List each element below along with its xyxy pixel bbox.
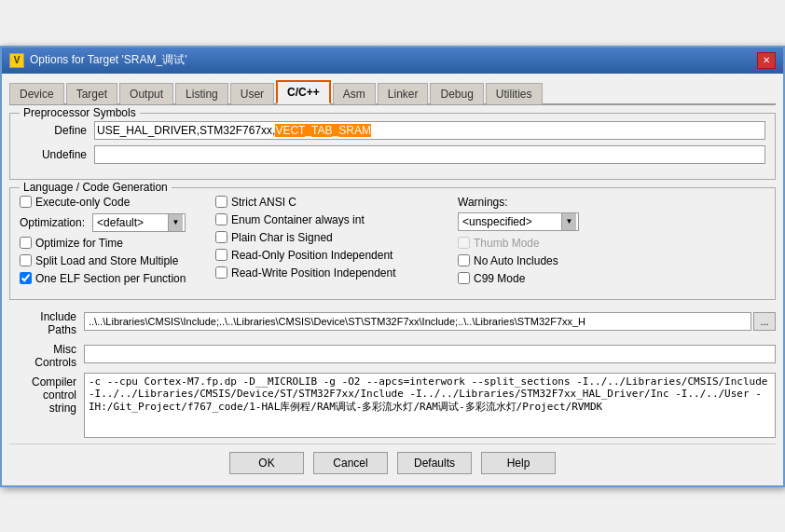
enum-container-row: Enum Container always int	[215, 213, 448, 226]
warnings-label: Warnings:	[458, 196, 765, 209]
optimization-arrow: ▼	[168, 214, 183, 231]
warnings-section: Warnings: <unspecified> ▼ Thumb Mode No …	[458, 196, 765, 285]
cancel-button[interactable]: Cancel	[313, 452, 388, 474]
defaults-button[interactable]: Defaults	[397, 452, 472, 474]
no-auto-includes-label: No Auto Includes	[474, 254, 558, 267]
misc-controls-input[interactable]	[84, 345, 776, 363]
include-browse-button[interactable]: ...	[753, 312, 776, 331]
window-icon: V	[9, 53, 24, 68]
read-only-checkbox[interactable]	[215, 249, 227, 261]
compiler-control-label: Compiler control string	[9, 373, 84, 415]
language-col1: Execute-only Code Optimization: <default…	[20, 196, 206, 290]
undefine-row: Undefine	[20, 145, 765, 164]
c99-mode-label: C99 Mode	[474, 272, 525, 285]
split-load-checkbox[interactable]	[20, 254, 32, 266]
plain-char-row: Plain Char is Signed	[215, 231, 448, 244]
title-controls: ✕	[757, 52, 776, 69]
define-row: Define USE_HAL_DRIVER,STM32F767xx,VECT_T…	[20, 121, 765, 140]
execute-only-checkbox[interactable]	[20, 196, 32, 208]
main-content: Device Target Output Listing User C/C++ …	[2, 74, 783, 485]
no-auto-includes-row: No Auto Includes	[458, 254, 765, 267]
compiler-control-input[interactable]	[84, 373, 776, 438]
thumb-mode-label: Thumb Mode	[474, 237, 540, 250]
warnings-dropdown[interactable]: <unspecified> ▼	[458, 212, 579, 231]
strict-ansi-label: Strict ANSI C	[231, 196, 296, 209]
define-input[interactable]: USE_HAL_DRIVER,STM32F767xx,VECT_TAB_SRAM	[94, 121, 765, 140]
plain-char-checkbox[interactable]	[215, 231, 227, 243]
read-write-checkbox[interactable]	[215, 266, 227, 279]
bottom-bar: OK Cancel Defaults Help	[9, 443, 776, 480]
ok-button[interactable]: OK	[229, 452, 304, 474]
thumb-mode-row: Thumb Mode	[458, 237, 765, 250]
title-bar-left: V Options for Target 'SRAM_调试'	[9, 52, 186, 68]
optimize-time-label: Optimize for Time	[35, 237, 123, 250]
close-button[interactable]: ✕	[757, 52, 776, 69]
optimize-time-row: Optimize for Time	[20, 237, 206, 250]
tab-target[interactable]: Target	[66, 83, 117, 104]
tab-user[interactable]: User	[230, 83, 274, 104]
preprocessor-title: Preprocessor Symbols	[20, 106, 140, 119]
tab-debug[interactable]: Debug	[430, 83, 483, 104]
language-group: Language / Code Generation Execute-only …	[9, 187, 776, 300]
one-elf-checkbox[interactable]	[20, 272, 32, 284]
misc-controls-label: Misc Controls	[9, 340, 84, 369]
enum-container-checkbox[interactable]	[215, 213, 227, 225]
include-paths-input[interactable]	[84, 312, 751, 331]
help-button[interactable]: Help	[481, 452, 556, 474]
read-write-row: Read-Write Position Independent	[215, 266, 448, 280]
define-label: Define	[20, 124, 94, 137]
include-paths-label: Include Paths	[9, 307, 84, 336]
preprocessor-group: Preprocessor Symbols Define USE_HAL_DRIV…	[9, 113, 776, 180]
tab-output[interactable]: Output	[119, 83, 173, 104]
thumb-mode-checkbox	[458, 237, 470, 249]
c99-mode-checkbox[interactable]	[458, 272, 470, 284]
undefine-input[interactable]	[94, 145, 765, 164]
language-title: Language / Code Generation	[20, 181, 172, 194]
one-elf-row: One ELF Section per Function	[20, 272, 206, 285]
title-bar: V Options for Target 'SRAM_调试' ✕	[2, 48, 783, 74]
plain-char-label: Plain Char is Signed	[231, 231, 333, 244]
split-load-row: Split Load and Store Multiple	[20, 254, 206, 267]
tab-device[interactable]: Device	[9, 83, 64, 104]
define-highlight-text: VECT_TAB_SRAM	[275, 124, 370, 137]
optimize-time-checkbox[interactable]	[20, 237, 32, 249]
warnings-arrow: ▼	[561, 213, 576, 230]
optimization-row: Optimization: <default> ▼	[20, 213, 206, 232]
optimization-dropdown[interactable]: <default> ▼	[92, 213, 186, 232]
language-columns: Execute-only Code Optimization: <default…	[20, 196, 765, 290]
include-paths-row: Include Paths ...	[9, 307, 776, 336]
optimization-value: <default>	[95, 216, 168, 229]
split-load-label: Split Load and Store Multiple	[35, 254, 178, 267]
read-only-row: Read-Only Position Independent	[215, 249, 448, 262]
define-normal-text: USE_HAL_DRIVER,STM32F767xx,	[97, 124, 275, 137]
warnings-value: <unspecified>	[461, 215, 561, 228]
language-col3: Warnings: <unspecified> ▼ Thumb Mode No …	[458, 196, 765, 290]
enum-container-label: Enum Container always int	[231, 213, 365, 226]
window-title: Options for Target 'SRAM_调试'	[30, 52, 186, 68]
strict-ansi-row: Strict ANSI C	[215, 196, 448, 209]
read-write-label: Read-Write Position Independent	[231, 266, 396, 280]
execute-only-row: Execute-only Code	[20, 196, 206, 209]
tab-linker[interactable]: Linker	[378, 83, 429, 104]
one-elf-label: One ELF Section per Function	[35, 272, 186, 285]
main-window: V Options for Target 'SRAM_调试' ✕ Device …	[0, 46, 785, 487]
execute-only-label: Execute-only Code	[35, 196, 130, 209]
tab-cpp[interactable]: C/C++	[276, 80, 331, 104]
undefine-label: Undefine	[20, 148, 94, 161]
c99-mode-row: C99 Mode	[458, 272, 765, 285]
tab-asm[interactable]: Asm	[333, 83, 376, 104]
read-only-label: Read-Only Position Independent	[231, 249, 392, 262]
compiler-control-row: Compiler control string	[9, 373, 776, 438]
optimization-label: Optimization:	[20, 216, 85, 229]
tab-listing[interactable]: Listing	[175, 83, 228, 104]
misc-controls-row: Misc Controls	[9, 340, 776, 369]
tab-bar: Device Target Output Listing User C/C++ …	[9, 79, 776, 105]
language-col2: Strict ANSI C Enum Container always int …	[215, 196, 448, 290]
tab-utilities[interactable]: Utilities	[486, 83, 543, 104]
no-auto-includes-checkbox[interactable]	[458, 254, 470, 266]
strict-ansi-checkbox[interactable]	[215, 196, 227, 208]
